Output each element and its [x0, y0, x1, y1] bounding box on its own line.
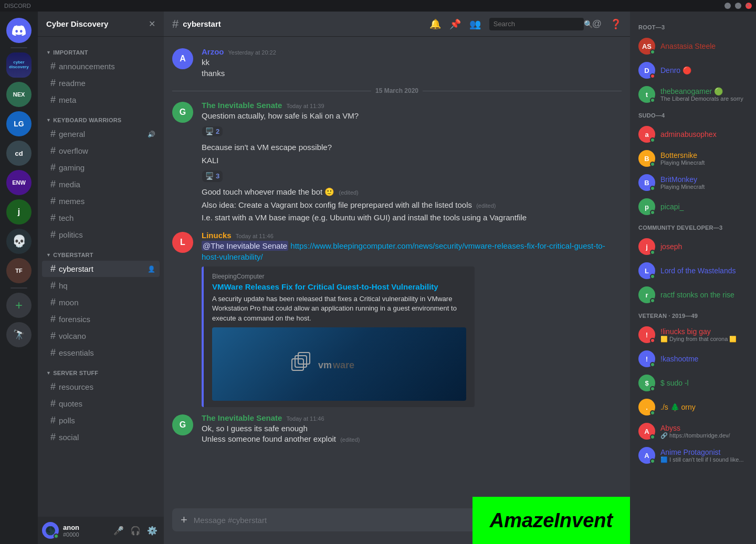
server-icon-lg[interactable]: LG: [6, 111, 32, 136]
category-keyboard-warriors[interactable]: ▼ KEYBOARD WARRIORS: [38, 109, 164, 125]
message-author[interactable]: Linucks: [202, 231, 232, 240]
member-name: Lord of the Wastelands: [660, 266, 748, 275]
member-bottersnike[interactable]: B Bottersnike Playing Minecraft: [634, 147, 752, 170]
member-denro[interactable]: D Denro 🔴: [634, 59, 752, 82]
message-author[interactable]: Arzoo: [202, 47, 224, 56]
channel-name: tech: [59, 214, 155, 222]
message-header: Arzoo Yesterday at 20:22: [202, 47, 622, 56]
status-dot: [650, 49, 655, 55]
member-info: adminabusophex: [660, 130, 748, 138]
channel-forensics[interactable]: # forensics: [42, 311, 160, 327]
channel-essentials[interactable]: # essentials: [42, 345, 160, 361]
channel-general[interactable]: # general 🔊: [42, 126, 160, 142]
channel-moon[interactable]: # moon: [42, 294, 160, 311]
message-timestamp: Today at 11:39: [286, 103, 324, 109]
member-info: Anastasia Steele: [660, 42, 748, 50]
category-arrow: ▼: [46, 118, 51, 123]
member-sudo-l[interactable]: $ $ sudo -l: [634, 371, 752, 394]
server-icon-skull[interactable]: 💀: [6, 229, 32, 254]
member-status: Playing Minecraft: [660, 184, 748, 190]
reaction-button[interactable]: 🖥️ 2: [202, 126, 223, 137]
server-icon-cyber-discovery[interactable]: cyberdiscovery: [6, 52, 32, 78]
explore-button[interactable]: 🔭: [6, 322, 32, 347]
reaction-button[interactable]: 🖥️ 3: [202, 170, 223, 183]
member-info: Anime Protagonist 🟦 I still can't tell i…: [660, 448, 748, 463]
server-icon-cd[interactable]: cd: [6, 141, 32, 166]
avatar: A: [638, 423, 655, 440]
server-icon-nexus[interactable]: NEX: [6, 82, 32, 107]
server-icon-enw[interactable]: ENW: [6, 170, 32, 195]
search-bar[interactable]: 🔍: [489, 18, 584, 30]
search-input[interactable]: [494, 20, 582, 28]
deafen-button[interactable]: 🎧: [128, 524, 143, 538]
channel-quotes[interactable]: # quotes: [42, 396, 160, 412]
settings-button[interactable]: ⚙️: [145, 524, 160, 538]
add-server-button[interactable]: +: [6, 293, 32, 318]
message-author[interactable]: The Inevitable Senate: [202, 413, 282, 422]
close-btn[interactable]: ✕: [746, 3, 752, 9]
server-header[interactable]: Cyber Discovery ✕: [38, 12, 164, 37]
category-important[interactable]: ▼ IMPORTANT: [38, 41, 164, 58]
help-icon[interactable]: ❓: [610, 18, 622, 30]
member-ractf-stonks[interactable]: r ractf stonks on the rise: [634, 283, 752, 306]
server-icon-discord-home[interactable]: [6, 18, 32, 43]
window-controls: ─ □ ✕: [724, 3, 752, 9]
member-anastasia-steele[interactable]: AS Anastasia Steele: [634, 35, 752, 58]
channel-name: resources: [59, 382, 155, 391]
channel-announcements[interactable]: # announcements: [42, 58, 160, 74]
member-britmonkey[interactable]: B BritMonkey Playing Minecraft: [634, 171, 752, 194]
channel-politics[interactable]: # politics: [42, 227, 160, 243]
server-icon-j[interactable]: j: [6, 199, 32, 225]
member-linucks[interactable]: ! !linucks big gay 🟨 Dying from that cor…: [634, 323, 752, 346]
member-info: BritMonkey Playing Minecraft: [660, 175, 748, 190]
member-lord-of-wastelands[interactable]: L Lord of the Wastelands: [634, 259, 752, 282]
category-cyberstart[interactable]: ▼ CYBERSTART: [38, 243, 164, 260]
member-orny[interactable]: . ./s 🌲 orny: [634, 396, 752, 419]
channel-resources[interactable]: # resources: [42, 379, 160, 395]
channel-polls[interactable]: # polls: [42, 412, 160, 429]
embed-title[interactable]: VMWare Releases Fix for Critical Guest-t…: [212, 282, 466, 291]
message-author[interactable]: The Inevitable Senate: [202, 101, 282, 110]
mute-button[interactable]: 🎤: [111, 524, 126, 538]
channel-readme[interactable]: # readme: [42, 75, 160, 91]
channel-meta[interactable]: # meta: [42, 92, 160, 108]
channel-tech[interactable]: # tech: [42, 210, 160, 226]
channel-memes[interactable]: # memes: [42, 193, 160, 209]
add-content-button[interactable]: +: [181, 513, 187, 527]
avatar: !: [638, 326, 655, 343]
avatar: $: [638, 375, 655, 391]
member-info: Denro 🔴: [660, 66, 748, 74]
avatar: L: [638, 262, 655, 279]
bell-icon[interactable]: 🔔: [429, 18, 441, 30]
status-dot: [650, 98, 655, 103]
title-bar: DISCORD ─ □ ✕: [0, 0, 756, 12]
member-anime-protagonist[interactable]: A Anime Protagonist 🟦 I still can't tell…: [634, 444, 752, 467]
channel-name: memes: [59, 197, 155, 206]
edit-note: (edited): [476, 202, 496, 209]
channel-volcano[interactable]: # volcano: [42, 328, 160, 344]
member-adminabusophex[interactable]: a adminabusophex: [634, 123, 752, 146]
member-abyss[interactable]: A Abyss 🔗 https://tomburridge.dev/: [634, 420, 752, 443]
channel-cyberstart[interactable]: # cyberstart 👤: [42, 261, 160, 277]
member-name: Abyss: [660, 424, 748, 432]
members-icon[interactable]: 👥: [469, 18, 481, 30]
member-thebeanogamer[interactable]: t thebeanogamer 🟢 The Liberal Democrats …: [634, 83, 752, 106]
channel-overflow[interactable]: # overflow: [42, 143, 160, 159]
channel-media[interactable]: # media: [42, 176, 160, 193]
server-icon-tf[interactable]: TF: [6, 258, 32, 283]
user-avatar: 🌑: [42, 522, 59, 539]
channel-gaming[interactable]: # gaming: [42, 159, 160, 176]
maximize-btn[interactable]: □: [735, 3, 741, 9]
member-name: !linucks big gay: [660, 327, 748, 336]
channel-social[interactable]: # social: [42, 429, 160, 445]
at-icon[interactable]: @: [592, 18, 602, 29]
hash-icon: #: [50, 229, 56, 240]
member-picapi[interactable]: p picapi_: [634, 195, 752, 218]
member-kashootme[interactable]: ! !kashootme: [634, 347, 752, 370]
minimize-btn[interactable]: ─: [724, 3, 731, 9]
member-joseph[interactable]: j joseph: [634, 235, 752, 258]
channel-hq[interactable]: # hq: [42, 278, 160, 294]
category-server-stuff[interactable]: ▼ SERVER STUFF: [38, 361, 164, 378]
pin-icon[interactable]: 📌: [449, 18, 461, 30]
message-text: Ok, so I guess its safe enough: [202, 423, 622, 434]
